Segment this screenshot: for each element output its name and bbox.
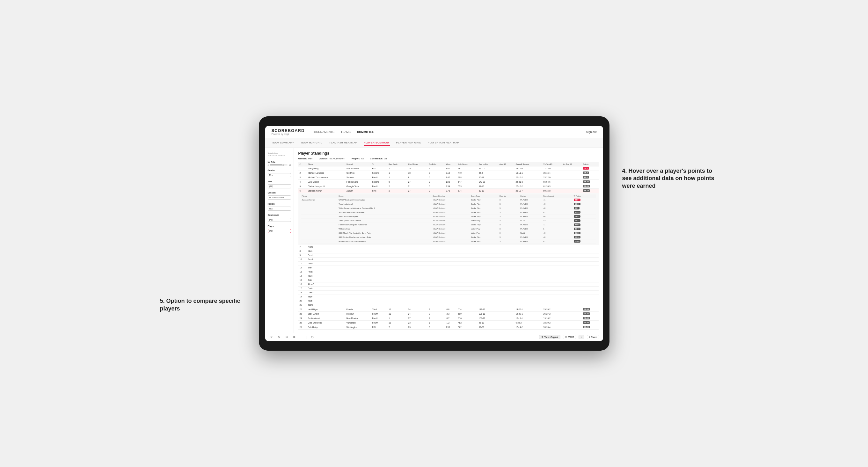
main-content: Update time: 27/01/2024 16:56:26 No Rds.… [265, 148, 603, 333]
watch-icon: ◎ [565, 336, 567, 338]
col-wins: Wins [445, 162, 457, 166]
table-row: 12Bren [298, 266, 599, 270]
table-row: 2 Michael La Sasso Ole Miss Second 1 18 … [298, 170, 599, 175]
table-row: 14Marc [298, 274, 599, 278]
subnav-player-h2h-grid[interactable]: PLAYER H2H GRID [396, 140, 422, 146]
annotation-left: 5. Option to compare specific players [160, 298, 249, 312]
col-vs-top25: Vs Top 25 [542, 162, 562, 166]
sign-out-button[interactable]: Sign out [586, 130, 596, 133]
subnav-player-h2h-heatmap[interactable]: PLAYER H2H HEATMAP [428, 140, 459, 146]
nav-links: TOURNAMENTS TEAMS COMMITTEE [312, 129, 578, 135]
popup-table: Player Event Event Division Event Type R… [301, 194, 596, 244]
subnav-team-h2h-grid[interactable]: TEAM H2H GRID [301, 140, 322, 146]
popup-data-row: SEC Stroke Play hosted by Jerry Pate NCA… [301, 235, 596, 239]
table-row: 1 Wenyi Ding Arizona State First 1 15 1 … [298, 166, 599, 170]
tablet-screen: SCOREBOARD Powered by clippi TOURNAMENTS… [265, 126, 603, 341]
redo-button[interactable]: ↻ [277, 335, 282, 339]
tablet-frame: SCOREBOARD Powered by clippi TOURNAMENTS… [259, 116, 610, 351]
table-row: 24 Bastien Amat New Mexico Fourth 1 27 2… [298, 316, 599, 320]
nav-bar: SCOREBOARD Powered by clippi TOURNAMENTS… [265, 126, 603, 138]
update-time: Update time: 27/01/2024 16:56:26 [268, 152, 291, 157]
logo-text: SCOREBOARD [272, 128, 305, 133]
dots-button[interactable]: ··· [299, 335, 304, 339]
sidebar-region: Region N/A [268, 203, 291, 211]
table-row: 7 Niche [298, 245, 599, 249]
clock-button[interactable]: ◷ [310, 335, 315, 339]
nav-teams[interactable]: TEAMS [341, 129, 351, 135]
table-row: 15Jake I [298, 278, 599, 282]
col-adj-score: Adj. Score [457, 162, 477, 166]
table-row: 26 Petr Hruby Washington Fifth 7 23 0 1.… [298, 325, 599, 329]
bottom-toolbar: ↺ ↻ ⊞ ⧉ ··· | ◷ 👁 View: Original ◎ Watch… [265, 333, 603, 341]
subnav-team-summary[interactable]: TEAM SUMMARY [272, 140, 294, 146]
sidebar-conference: Conference (All) [268, 214, 291, 222]
table-row: 21Techs [298, 303, 599, 307]
table-row: 23 Jack Lundin Missouri Fourth 11 24 0 -… [298, 311, 599, 316]
gender-select[interactable]: Men [268, 173, 291, 177]
sidebar: Update time: 27/01/2024 16:56:26 No Rds.… [265, 148, 294, 333]
filters-row: Gender: Men Division: NCAA Division I Re… [298, 157, 599, 160]
logo-sub: Powered by clippi [272, 133, 305, 135]
sidebar-gender: Gender Men [268, 169, 291, 177]
popup-data-row: The Cypress Point Classic NCAA Division … [301, 218, 596, 222]
popup-data-row: Jackson Koirun UNCW Seahawk Intercollegi… [301, 198, 596, 202]
table-row: 25 Cole Sherwood Vanderbilt Fourth 12 23… [298, 320, 599, 325]
conference-select[interactable]: (All) [268, 218, 291, 222]
table-row: 10 Jacob [298, 257, 599, 261]
table-row: 20Mattl [298, 299, 599, 303]
col-player: Player [307, 162, 345, 166]
section-title: Player Standings [298, 151, 599, 156]
eye-icon: 👁 [541, 336, 544, 338]
share-icon: ⤴ [589, 336, 590, 338]
export-button[interactable]: ↑ [579, 335, 584, 339]
annotation-right-text: 4. Hover over a player's points to see a… [622, 168, 714, 189]
table-row: 19Tiger [298, 294, 599, 299]
col-school: School [345, 162, 371, 166]
nav-committee[interactable]: COMMITTEE [357, 129, 374, 135]
sidebar-player: Player (All) [268, 225, 291, 233]
col-points: Points [582, 162, 598, 166]
popup-data-row: Southern Highlands Collegiate NCAA Divis… [301, 210, 596, 214]
subnav-team-h2h-heatmap[interactable]: TEAM H2H HEATMAP [329, 140, 357, 146]
copy-button[interactable]: ⧉ [292, 335, 297, 340]
undo-button[interactable]: ↺ [269, 335, 274, 339]
table-area: Player Standings Gender: Men Division: N… [294, 148, 603, 333]
col-rank: # [298, 162, 307, 166]
popup-row: Player Event Event Division Event Type R… [298, 193, 599, 245]
popup-data-row: Amer An Intercollegiate NCAA Division I … [301, 214, 596, 218]
table-header-row: # Player School Yr Reg Rank Conf Rank No… [298, 162, 599, 166]
table-row: 11Gonk [298, 261, 599, 266]
table-row: 4 Luke Claton Florida State Second 5 27 … [298, 180, 599, 184]
filter-button[interactable]: ⊞ [284, 335, 289, 339]
year-select[interactable]: (All) [268, 184, 291, 188]
subnav-player-summary[interactable]: PLAYER SUMMARY [364, 140, 390, 146]
table-row: 17David [298, 286, 599, 290]
watch-button[interactable]: ◎ Watch [563, 335, 576, 339]
col-reg-rank: Reg Rank [387, 162, 407, 166]
table-row: 16Alex C [298, 282, 599, 286]
region-select[interactable]: N/A [268, 207, 291, 211]
annotation-left-text: 5. Option to compare specific players [160, 298, 240, 311]
nav-tournaments[interactable]: TOURNAMENTS [312, 129, 334, 135]
popup-data-row: Wake Forest Invitational at Pinehurst No… [301, 206, 596, 210]
table-row: 22 Ian Gilligan Florida Third 10 24 1 -0… [298, 307, 599, 311]
col-vs-top50: Vs Top 50 [562, 162, 582, 166]
popup-data-row: Mirabel Maui Jim Intercollegiate NCAA Di… [301, 239, 596, 243]
logo-area: SCOREBOARD Powered by clippi [272, 128, 305, 135]
sub-nav: TEAM SUMMARY TEAM H2H GRID TEAM H2H HEAT… [265, 138, 603, 148]
popup-data-row: Williams Cup NCAA Division I Match Play … [301, 227, 596, 231]
col-yr: Yr [371, 162, 388, 166]
player-select[interactable]: (All) [268, 229, 291, 233]
share-button[interactable]: ⤴ Share [587, 335, 599, 339]
col-no-rds: No Rds. [428, 162, 445, 166]
standings-table: # Player School Yr Reg Rank Conf Rank No… [298, 162, 599, 330]
annotation-right: 4. Hover over a player's points to see a… [622, 167, 718, 190]
division-select[interactable]: NCAA Division I [268, 195, 291, 199]
table-row: 13Phch [298, 270, 599, 274]
view-button[interactable]: 👁 View: Original [539, 335, 560, 339]
col-conf-rank: Conf Rank [407, 162, 428, 166]
col-overall: Overall Record [514, 162, 542, 166]
sidebar-no-rds: No Rds. 4 52 [268, 161, 291, 166]
table-row: 8 Mats [298, 249, 599, 253]
popup-data-row: Tiger Invitational NCAA Division I Strok… [301, 202, 596, 206]
